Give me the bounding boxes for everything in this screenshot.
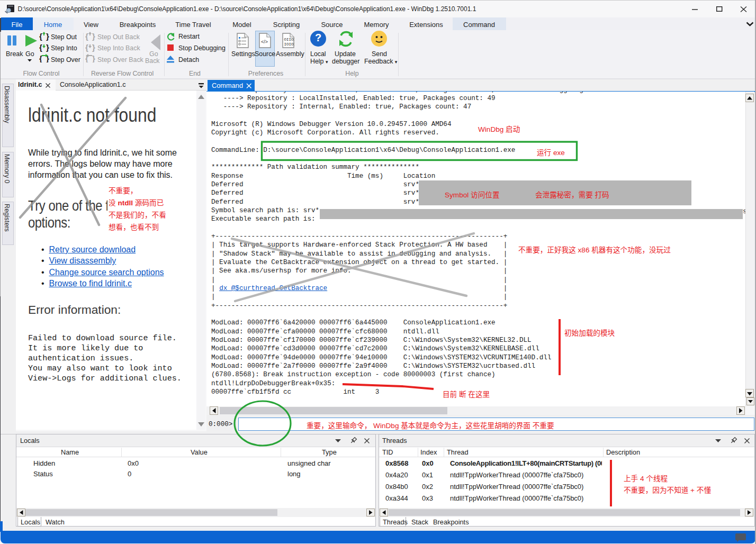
svg-text:{: { <box>39 32 42 41</box>
svg-text:{: { <box>85 43 88 52</box>
svg-text:{: { <box>85 32 88 41</box>
svg-text:{: { <box>39 43 42 52</box>
svg-text:}: } <box>92 32 95 41</box>
svg-text:}: } <box>92 43 95 52</box>
svg-text:OIIOI: OIIOI <box>284 38 294 42</box>
svg-text:IOIOI: IOIOI <box>284 42 294 47</box>
svg-text:}: } <box>46 43 49 52</box>
svg-text:</>: </> <box>261 39 268 44</box>
svg-text:}: } <box>92 54 95 62</box>
svg-text:}: } <box>46 32 49 41</box>
